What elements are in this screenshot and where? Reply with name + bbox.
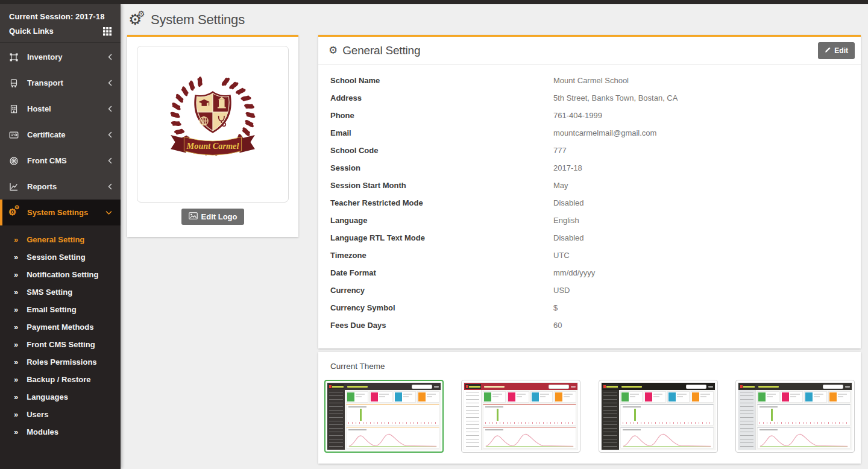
submenu-item-label: Users: [27, 410, 48, 419]
settings-field-row: Teacher Restricted Mode Disabled: [330, 194, 849, 212]
submenu-item-languages[interactable]: » Languages: [0, 388, 121, 406]
sidebar-nav: Inventory Transport Hostel Certificate F…: [0, 43, 121, 200]
settings-field-row: Language English: [330, 212, 849, 229]
grid-icon[interactable]: [103, 27, 112, 36]
current-theme-card: Current Theme: [318, 352, 861, 464]
theme-preview: [601, 382, 715, 450]
submenu-item-sms-setting[interactable]: » SMS Setting: [0, 283, 121, 301]
double-arrow-icon: »: [14, 357, 18, 367]
preview-line-chart: [346, 427, 439, 449]
gears-icon: ⚙⚙: [9, 208, 20, 218]
settings-field-row: Session Start Month May: [330, 177, 849, 194]
submenu-item-label: Payment Methods: [27, 323, 93, 332]
preview-stat-tile: [370, 391, 392, 403]
submenu-item-label: Backup / Restore: [27, 375, 90, 384]
theme-thumbnail-theme-4[interactable]: [735, 380, 855, 453]
quick-links-label: Quick Links: [9, 27, 54, 36]
preview-search-box: [823, 385, 843, 389]
edit-button-label: Edit: [834, 46, 848, 55]
settings-field-row: Timezone UTC: [330, 247, 849, 264]
field-value: USD: [553, 286, 570, 295]
theme-preview: [327, 382, 441, 450]
preview-stat-tile: [483, 391, 505, 403]
field-label: Phone: [330, 111, 553, 120]
theme-thumbnails-row: [324, 380, 855, 453]
preview-stat-tiles: [346, 391, 439, 403]
preview-logo: [603, 384, 618, 389]
double-arrow-icon: »: [14, 427, 18, 436]
submenu-item-front-cms-setting[interactable]: » Front CMS Setting: [0, 336, 121, 353]
settings-field-row: Date Format mm/dd/yyyy: [330, 264, 849, 282]
field-value: May: [553, 181, 568, 190]
submenu-item-email-setting[interactable]: » Email Setting: [0, 301, 121, 318]
double-arrow-icon: »: [14, 340, 18, 349]
submenu-item-modules[interactable]: » Modules: [0, 423, 121, 441]
sidebar-item-system-settings[interactable]: ⚙⚙ System Settings: [0, 200, 121, 225]
submenu-item-label: Front CMS Setting: [27, 340, 95, 349]
sidebar: Current Session: 2017-18 Quick Links Inv…: [0, 4, 121, 469]
submenu-item-session-setting[interactable]: » Session Setting: [0, 248, 121, 266]
preview-content: [619, 390, 715, 450]
field-label: Language: [330, 216, 553, 225]
theme-thumbnail-theme-1[interactable]: [324, 380, 444, 453]
submenu-item-payment-methods[interactable]: » Payment Methods: [0, 318, 121, 336]
front-cms-icon: [9, 156, 20, 166]
double-arrow-icon: »: [14, 288, 18, 297]
submenu-item-general-setting[interactable]: » General Setting: [0, 231, 121, 248]
edit-logo-button[interactable]: Edit Logo: [181, 209, 245, 225]
field-value: English: [553, 216, 579, 225]
submenu-item-users[interactable]: » Users: [0, 406, 121, 423]
preview-bar-chart: [620, 404, 714, 426]
preview-logo: [740, 384, 755, 389]
general-setting-title: General Setting: [342, 44, 420, 57]
quick-links[interactable]: Quick Links: [9, 27, 112, 36]
submenu-item-backup-restore[interactable]: » Backup / Restore: [0, 371, 121, 388]
preview-school-name: [621, 386, 642, 388]
theme-thumbnail-theme-3[interactable]: [599, 380, 718, 453]
settings-field-row: Session 2017-18: [330, 159, 849, 177]
sidebar-item-reports[interactable]: Reports: [0, 174, 121, 200]
submenu-item-label: General Setting: [27, 235, 84, 244]
submenu-item-roles-permissions[interactable]: » Roles Permissions: [0, 353, 121, 371]
theme-preview: [738, 382, 852, 450]
double-arrow-icon: »: [14, 410, 18, 419]
sidebar-item-front-cms[interactable]: Front CMS: [0, 148, 121, 174]
transport-icon: [9, 78, 20, 88]
field-value: 5th Street, Banks Town, Bostan, CA: [553, 93, 678, 102]
chevron-left-icon: [108, 54, 112, 60]
sidebar-item-hostel[interactable]: Hostel: [0, 96, 121, 122]
preview-stat-tile: [757, 391, 779, 403]
preview-stat-tiles: [757, 391, 851, 403]
double-arrow-icon: »: [14, 375, 18, 384]
preview-stat-tile: [667, 391, 690, 403]
submenu-item-notification-setting[interactable]: » Notification Setting: [0, 266, 121, 283]
theme-thumbnail-theme-2[interactable]: [461, 380, 580, 453]
sidebar-item-transport[interactable]: Transport: [0, 70, 121, 96]
double-arrow-icon: »: [14, 270, 18, 279]
preview-stat-tile: [417, 391, 439, 403]
field-label: Email: [330, 128, 553, 137]
preview-stat-tile: [804, 391, 826, 403]
gears-icon: ⚙⚙: [128, 11, 146, 28]
settings-field-list: School Name Mount Carmel School Address …: [318, 65, 861, 334]
preview-header: [327, 383, 441, 390]
sidebar-item-certificate[interactable]: Certificate: [0, 122, 121, 148]
field-value: 2017-18: [553, 163, 582, 172]
field-label: Language RTL Text Mode: [330, 233, 553, 242]
double-arrow-icon: »: [14, 253, 18, 262]
preview-stat-tile: [554, 391, 576, 403]
sidebar-item-inventory[interactable]: Inventory: [0, 44, 121, 70]
double-arrow-icon: »: [14, 323, 18, 332]
chevron-left-icon: [108, 105, 112, 112]
preview-sidebar: [602, 390, 619, 450]
preview-user-menu: [571, 386, 576, 388]
preview-search-box: [412, 385, 432, 389]
preview-school-name: [347, 386, 368, 388]
preview-bar-chart: [757, 404, 851, 426]
preview-line-chart: [757, 427, 851, 449]
edit-button[interactable]: Edit: [818, 42, 855, 59]
preview-header: [464, 383, 577, 390]
preview-bar-chart: [346, 404, 439, 426]
field-label: Teacher Restricted Mode: [330, 198, 553, 207]
preview-content: [482, 390, 577, 450]
